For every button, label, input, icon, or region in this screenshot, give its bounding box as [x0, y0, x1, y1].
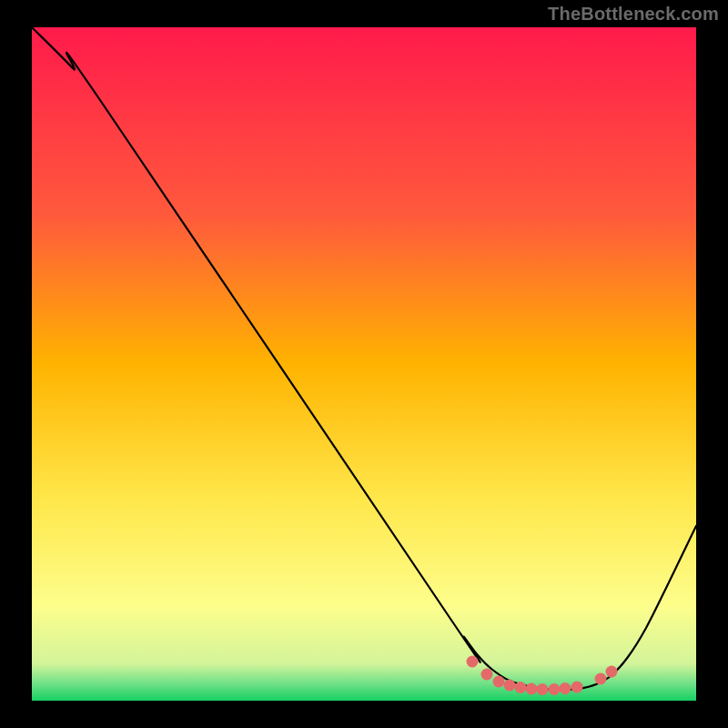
chart-frame: TheBottleneck.com	[0, 0, 728, 728]
marker-dot	[571, 682, 583, 693]
marker-dot	[549, 683, 561, 695]
marker-dot	[515, 682, 527, 693]
marker-dot	[481, 669, 493, 681]
marker-dot	[560, 682, 571, 694]
marker-dot	[504, 680, 516, 692]
gradient-plot-area	[32, 27, 696, 701]
marker-dot	[493, 676, 505, 688]
marker-dot	[467, 656, 479, 668]
marker-dot	[606, 666, 618, 678]
chart-svg	[0, 0, 728, 728]
watermark-text: TheBottleneck.com	[548, 4, 719, 25]
marker-dot	[595, 673, 607, 685]
marker-dot	[526, 683, 538, 695]
marker-dot	[537, 683, 549, 695]
